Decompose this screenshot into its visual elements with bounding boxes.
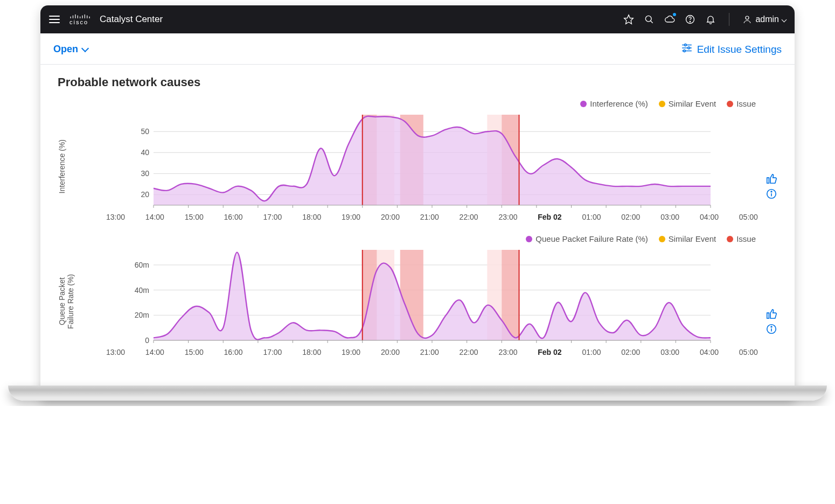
edit-settings-label: Edit Issue Settings (697, 44, 782, 55)
x-tick-label: 04:00 (700, 213, 719, 221)
x-tick-label: 17:00 (263, 213, 282, 221)
x-tick-label: Feb 02 (538, 213, 561, 221)
svg-point-18 (687, 47, 690, 49)
x-tick-label: 18:00 (302, 213, 321, 221)
x-tick-label: Feb 02 (538, 348, 561, 356)
topbar: cisco Catalyst Center admin (40, 5, 795, 33)
user-menu[interactable]: admin (742, 15, 786, 24)
chart-legend: Queue Packet Failure Rate (%)Similar Eve… (58, 234, 777, 243)
star-icon[interactable] (623, 14, 634, 25)
x-tick-label: 19:00 (342, 348, 360, 356)
legend-item: Queue Packet Failure Rate (%) (526, 234, 648, 243)
x-axis-ticks: 13:0014:0015:0016:0017:0018:0019:0020:00… (105, 348, 759, 356)
info-icon[interactable] (766, 188, 777, 200)
x-tick-label: 14:00 (145, 348, 164, 356)
x-tick-label: 03:00 (660, 348, 679, 356)
svg-point-56 (771, 191, 772, 192)
legend-dot (526, 236, 532, 242)
x-tick-label: 15:00 (185, 348, 204, 356)
x-tick-label: 18:00 (302, 348, 321, 356)
help-icon[interactable] (685, 14, 695, 25)
x-tick-label: 20:00 (381, 348, 400, 356)
svg-text:20: 20 (141, 190, 149, 199)
status-dropdown[interactable]: Open (53, 44, 88, 55)
thumbs-up-icon[interactable] (766, 308, 777, 320)
x-tick-label: 04:00 (700, 348, 719, 356)
laptop-frame: cisco Catalyst Center admin Open (40, 5, 795, 401)
legend-item: Issue (727, 99, 756, 108)
sliders-icon (681, 42, 693, 57)
y-axis-label: Interference (%) (58, 139, 84, 193)
svg-text:50: 50 (141, 127, 149, 136)
legend-item: Similar Event (659, 234, 716, 243)
legend-label: Issue (736, 99, 756, 108)
legend-dot (659, 101, 665, 107)
legend-item: Interference (%) (580, 99, 648, 108)
x-tick-label: 15:00 (185, 213, 204, 221)
action-bar: Open Edit Issue Settings (40, 33, 795, 65)
menu-icon[interactable] (49, 16, 60, 23)
search-icon[interactable] (644, 14, 655, 25)
svg-point-14 (746, 16, 749, 19)
divider (729, 13, 729, 26)
svg-text:40: 40 (141, 148, 149, 157)
x-tick-label: 02:00 (621, 348, 640, 356)
x-tick-label: 21:00 (420, 348, 439, 356)
notification-dot (673, 13, 676, 16)
edit-issue-settings-button[interactable]: Edit Issue Settings (681, 42, 782, 57)
x-tick-label: 23:00 (498, 348, 517, 356)
cisco-logo: cisco (69, 14, 90, 25)
chart-action-icons (762, 173, 777, 200)
legend-item: Similar Event (659, 99, 716, 108)
x-tick-label: 13:00 (106, 213, 125, 221)
svg-marker-9 (624, 15, 634, 24)
svg-point-10 (646, 16, 652, 22)
x-tick-label: 02:00 (621, 213, 640, 221)
svg-text:40m: 40m (135, 286, 149, 295)
x-tick-label: 22:00 (460, 348, 478, 356)
svg-line-11 (651, 21, 653, 23)
svg-point-16 (684, 44, 686, 46)
laptop-base (8, 386, 827, 401)
chart-1: Queue Packet Failure Rate (%)Similar Eve… (58, 234, 777, 356)
chevron-down-icon (81, 45, 89, 52)
x-tick-label: 05:00 (739, 348, 758, 356)
status-label: Open (53, 44, 78, 55)
chart-action-icons (762, 308, 777, 335)
x-tick-label: 01:00 (582, 213, 601, 221)
chart-legend: Interference (%)Similar EventIssue (58, 99, 777, 108)
x-tick-label: 19:00 (342, 213, 360, 221)
x-tick-label: 20:00 (381, 213, 400, 221)
legend-dot (727, 236, 733, 242)
x-tick-label: 23:00 (498, 213, 517, 221)
svg-point-13 (690, 22, 691, 22)
x-tick-label: 13:00 (106, 348, 125, 356)
info-icon[interactable] (766, 323, 777, 335)
x-tick-label: 16:00 (224, 348, 243, 356)
x-tick-label: 17:00 (263, 348, 282, 356)
x-tick-label: 05:00 (739, 213, 758, 221)
bell-icon[interactable] (705, 14, 716, 25)
x-tick-label: 03:00 (660, 213, 679, 221)
svg-text:0: 0 (145, 336, 149, 344)
svg-point-92 (771, 326, 772, 327)
svg-point-20 (683, 50, 685, 52)
x-tick-label: 21:00 (420, 213, 439, 221)
chevron-down-icon (782, 17, 787, 22)
svg-text:30: 30 (141, 169, 149, 178)
user-icon (742, 15, 752, 24)
thumbs-up-icon[interactable] (766, 173, 777, 185)
legend-label: Similar Event (669, 99, 716, 108)
content-area: Probable network causes Interference (%)… (40, 65, 795, 386)
legend-dot (659, 236, 665, 242)
legend-label: Issue (736, 234, 756, 243)
chart-0: Interference (%)Similar EventIssueInterf… (58, 99, 777, 221)
cloud-icon[interactable] (664, 14, 675, 25)
chart-plot: 020m40m60m13:0014:0015:0016:0017:0018:00… (84, 247, 762, 356)
y-axis-label: Queue Packet Failure Rate (%) (58, 274, 84, 329)
legend-label: Similar Event (669, 234, 716, 243)
legend-label: Interference (%) (590, 99, 648, 108)
x-tick-label: 22:00 (460, 213, 478, 221)
svg-text:60m: 60m (135, 261, 149, 269)
chart-plot: 2030405013:0014:0015:0016:0017:0018:0019… (84, 111, 762, 221)
